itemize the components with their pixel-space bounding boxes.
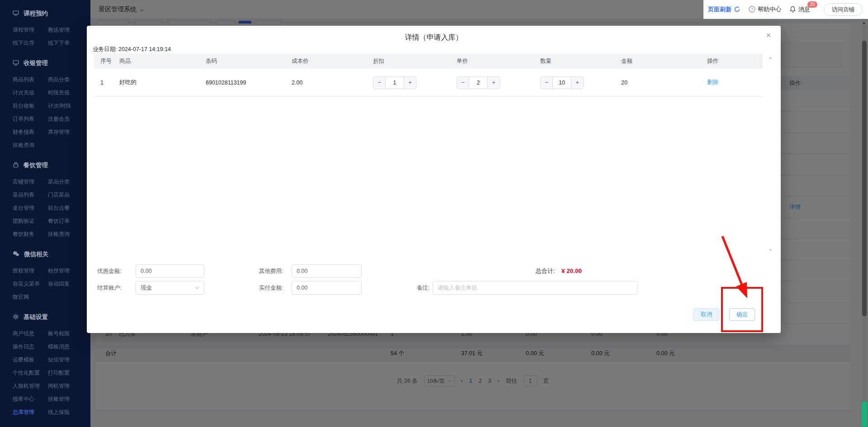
other-fee-label: 其他费用: xyxy=(259,264,283,278)
sidebar-item[interactable]: 报表中心 xyxy=(13,393,48,406)
sidebar-item[interactable]: 前台收银 xyxy=(13,99,48,113)
sidebar-item[interactable]: 团购验证 xyxy=(13,215,48,228)
close-icon[interactable]: × xyxy=(766,31,771,39)
remark-input[interactable] xyxy=(433,281,637,295)
paid-amount-input[interactable] xyxy=(292,281,362,295)
sidebar-item[interactable]: 微官网 xyxy=(13,291,48,304)
sidebar-item[interactable]: 订单列表 xyxy=(13,113,48,126)
sidebar-item[interactable]: 商户信息 xyxy=(13,327,48,340)
table-scroll-down-arrow[interactable]: ▼ xyxy=(769,248,772,252)
settlement-account-select[interactable]: 现金 xyxy=(136,281,204,295)
sidebar-section-cashier: 收银管理 商品列表 商品分类 计次充值 时段充值 前台收银 计次/时段 订单列表… xyxy=(13,59,85,152)
sidebar-item[interactable]: 线下下单 xyxy=(48,37,85,50)
bell-icon xyxy=(789,6,796,13)
sidebar-item[interactable]: 账号权限 xyxy=(48,327,85,340)
delete-link[interactable]: 删除 xyxy=(707,79,718,85)
sidebar-item[interactable]: 线下出导 xyxy=(13,37,48,50)
sidebar-item[interactable]: 挂账查询 xyxy=(48,228,85,241)
sidebar-item[interactable]: 财务报表 xyxy=(13,126,48,139)
sidebar-item[interactable]: 自动回复 xyxy=(48,277,85,291)
cancel-button[interactable]: 取消 xyxy=(693,308,719,321)
plus-button[interactable]: + xyxy=(571,77,583,89)
unit-price-value[interactable]: 2 xyxy=(469,77,487,89)
minus-button[interactable]: − xyxy=(457,77,469,89)
col-unit-price: 单价 xyxy=(452,54,536,69)
other-fee-input[interactable] xyxy=(292,264,362,278)
sidebar-item[interactable]: 门店菜品 xyxy=(48,188,85,202)
message-count-badge: 20 xyxy=(807,1,817,8)
business-date-value: 2024-07-17 14:19:14 xyxy=(118,46,171,52)
sidebar-item[interactable]: 菜品分类 xyxy=(48,175,85,188)
sidebar-item[interactable]: 店铺管理 xyxy=(13,175,48,188)
sidebar-item[interactable]: 餐饮财务 xyxy=(13,228,48,241)
sidebar-item[interactable]: 人脸机管理 xyxy=(13,380,48,393)
messages-button[interactable]: 消息 20 xyxy=(789,5,810,14)
sidebar-item[interactable]: 模板消息 xyxy=(48,340,85,353)
sidebar-item[interactable]: 粉丝管理 xyxy=(48,264,85,277)
col-discount: 折扣 xyxy=(368,54,452,69)
remark-label: 备注: xyxy=(417,281,429,295)
sidebar-item[interactable]: 计次充值 xyxy=(13,86,48,99)
quantity-value[interactable]: 10 xyxy=(553,77,571,89)
table-scroll-up-arrow[interactable]: ▲ xyxy=(769,56,772,60)
sidebar-item[interactable]: 授权管理 xyxy=(13,264,48,277)
sidebar-item[interactable]: 商品列表 xyxy=(13,73,48,86)
sidebar-item[interactable]: 挂账查询 xyxy=(13,139,48,152)
sidebar-item[interactable]: 闸机管理 xyxy=(48,380,85,393)
sidebar-item[interactable]: 库存管理 xyxy=(48,126,85,139)
sidebar-item[interactable]: 教练管理 xyxy=(48,23,85,37)
sidebar-item[interactable]: 注册会员 xyxy=(48,113,85,126)
discount-amount-input[interactable] xyxy=(136,264,204,278)
sidebar-item[interactable]: 商品分类 xyxy=(48,73,85,86)
grand-total-value: ¥ 20.00 xyxy=(561,264,582,278)
green-scroll-chip[interactable] xyxy=(862,402,867,427)
sidebar-section-course: 课程预约 课程管理 教练管理 线下出导 线下下单 xyxy=(13,9,85,50)
unit-price-stepper: − 2 + xyxy=(452,76,536,89)
visit-shop-button[interactable]: 访问店铺 xyxy=(824,3,863,16)
cell-barcode: 6901028113199 xyxy=(201,80,287,86)
help-center-button[interactable]: ? 帮助中心 xyxy=(749,5,781,14)
sidebar-item[interactable]: 个性化配置 xyxy=(13,366,48,380)
page-refresh-button[interactable]: 页面刷新 xyxy=(708,5,741,14)
business-date: 业务日期: 2024-07-17 14:19:14 xyxy=(93,46,171,53)
gear-icon xyxy=(13,314,19,321)
sidebar-section-course-header: 课程预约 xyxy=(13,9,85,18)
sidebar-item[interactable]: 操作日志 xyxy=(13,340,48,353)
col-product: 商品 xyxy=(115,54,201,69)
bag-icon xyxy=(13,162,19,169)
question-circle-icon: ? xyxy=(749,6,755,13)
modal-table: 序号 商品 条码 成本价 折扣 单价 数量 金额 操作 1 好吃的 690102… xyxy=(94,54,763,254)
sidebar-item[interactable]: 菜品列表 xyxy=(13,188,48,202)
sidebar-item[interactable]: 自定义菜单 xyxy=(13,277,48,291)
sidebar-item[interactable]: 计次/时段 xyxy=(48,99,85,113)
plus-button[interactable]: + xyxy=(487,77,500,89)
discount-value[interactable]: 1 xyxy=(386,77,404,89)
sidebar-item-warehouse-active[interactable]: 总库管理 xyxy=(13,406,48,419)
sidebar-item[interactable]: 前台点餐 xyxy=(48,202,85,215)
plus-button[interactable]: + xyxy=(404,77,416,89)
sidebar-item[interactable]: 线上保险 xyxy=(48,406,85,419)
cell-index: 1 xyxy=(94,80,115,86)
confirm-button[interactable]: 确定 xyxy=(729,308,755,321)
sidebar-item[interactable]: 桌台管理 xyxy=(13,202,48,215)
sidebar-item[interactable]: 打印配置 xyxy=(48,366,85,380)
sidebar-item[interactable]: 时段充值 xyxy=(48,86,85,99)
sidebar-section-wechat-header: 微信相关 xyxy=(13,250,85,259)
cell-product: 好吃的 xyxy=(115,79,201,86)
grand-total-label: 总合计: xyxy=(536,264,555,278)
screen: 课程预约 课程管理 教练管理 线下出导 线下下单 收银管理 商品列表 商品分类 … xyxy=(0,0,868,427)
sidebar-section-settings: 基础设置 商户信息 账号权限 操作日志 模板消息 运费模板 短信管理 个性化配置… xyxy=(13,313,85,419)
sidebar-item[interactable]: 挂账管理 xyxy=(48,393,85,406)
sidebar-item[interactable]: 餐饮订单 xyxy=(48,215,85,228)
minus-button[interactable]: − xyxy=(541,77,553,89)
sidebar-section-cashier-header: 收银管理 xyxy=(13,59,85,68)
minus-button[interactable]: − xyxy=(373,77,386,89)
chevron-down-icon xyxy=(195,286,199,289)
sidebar-section-settings-header: 基础设置 xyxy=(13,313,85,322)
sidebar-item[interactable]: 短信管理 xyxy=(48,353,85,366)
cell-amount: 20 xyxy=(617,80,703,86)
section-title: 基础设置 xyxy=(24,313,48,321)
sidebar-item[interactable]: 运费模板 xyxy=(13,353,48,366)
sidebar-section-catering-header: 餐饮管理 xyxy=(13,161,85,170)
sidebar-item[interactable]: 课程管理 xyxy=(13,23,48,37)
